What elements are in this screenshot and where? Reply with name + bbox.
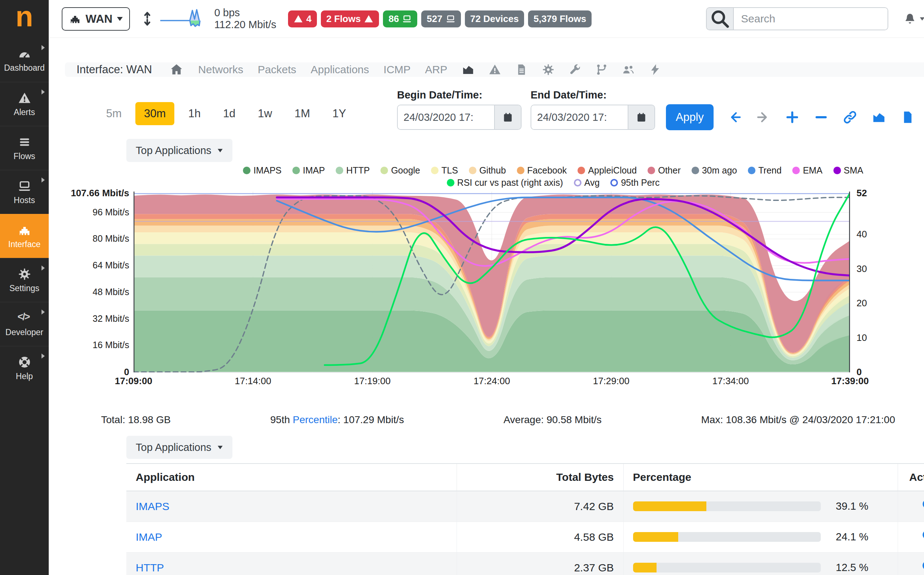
tab-bolt[interactable] (649, 63, 662, 76)
percentage-label: 39.1 % (836, 500, 868, 512)
laptop-icon (17, 179, 32, 193)
right-axis-tick: 40 (857, 229, 867, 240)
chart-area-button[interactable] (872, 110, 886, 124)
tab-gear[interactable] (542, 63, 555, 76)
begin-date-input[interactable] (398, 105, 494, 129)
range-button-1w[interactable]: 1w (249, 102, 281, 125)
legend-item[interactable]: Facebook (517, 165, 567, 176)
apply-button[interactable]: Apply (666, 104, 714, 130)
range-button-1h[interactable]: 1h (180, 102, 209, 125)
minus-button[interactable] (814, 110, 829, 124)
legend-item[interactable]: RSI cur vs past (right axis) (447, 178, 563, 188)
legend-label: TLS (441, 165, 458, 176)
tab-wrench[interactable] (568, 63, 582, 76)
legend-item[interactable]: Google (380, 165, 420, 176)
legend-item[interactable]: IMAP (293, 165, 325, 176)
legend-item[interactable]: SMA (833, 165, 864, 176)
status-badge[interactable]: 4 (288, 11, 317, 27)
table-top-applications-dropdown[interactable]: Top Applications (126, 436, 232, 459)
gear-icon (17, 267, 32, 281)
col-total-bytes[interactable]: Total Bytes (456, 464, 623, 491)
left-axis-tick: 107.66 Mbit/s (52, 187, 129, 199)
arrow-left-button[interactable] (727, 110, 742, 124)
zoom-in-icon[interactable] (907, 534, 924, 545)
tab-packets[interactable]: Packets (258, 64, 296, 76)
legend-item[interactable]: 30m ago (692, 165, 737, 176)
chevron-down-icon (920, 17, 924, 21)
sidebar-item-alerts[interactable]: Alerts (0, 82, 49, 126)
legend-item[interactable]: 95th Perc (610, 178, 660, 188)
application-link[interactable]: IMAP (136, 531, 162, 543)
tab-networks[interactable]: Networks (198, 64, 243, 76)
legend-item[interactable]: AppleiCloud (577, 165, 637, 176)
begin-calendar-button[interactable] (494, 105, 521, 129)
legend-label: Github (479, 165, 506, 176)
zoom-in-icon[interactable] (907, 503, 924, 515)
main-area: WAN 0 bps 112.20 Mbit/s 42 Flows8652772 … (49, 0, 924, 575)
plus-button[interactable] (785, 110, 800, 124)
tab-home[interactable] (169, 62, 184, 77)
legend-item[interactable]: HTTP (336, 165, 370, 176)
end-date-group: End Date/Time: (531, 89, 655, 130)
chart-canvas[interactable] (134, 192, 850, 373)
tab-arp[interactable]: ARP (425, 64, 448, 76)
legend-item[interactable]: Github (469, 165, 506, 176)
status-badge[interactable]: 2 Flows (321, 11, 379, 27)
application-link[interactable]: IMAPS (136, 500, 169, 512)
status-badge[interactable]: 86 (383, 11, 417, 27)
legend-item[interactable]: EMA (792, 165, 822, 176)
range-button-1M[interactable]: 1M (286, 102, 319, 125)
legend-item[interactable]: TLS (431, 165, 458, 176)
sidebar-item-flows[interactable]: Flows (0, 126, 49, 170)
top-applications-label: Top Applications (136, 145, 212, 157)
link-button[interactable] (843, 110, 857, 124)
tab-icmp[interactable]: ICMP (384, 64, 411, 76)
sidebar-item-help[interactable]: Help (0, 346, 49, 390)
sidebar-item-developer[interactable]: </>Developer (0, 302, 49, 346)
col-percentage[interactable]: Percentage (623, 464, 898, 491)
tab-warning[interactable] (488, 63, 501, 76)
range-button-30m[interactable]: 30m (135, 102, 174, 125)
tab-branch[interactable] (595, 63, 608, 76)
legend-item[interactable]: Avg (574, 178, 600, 188)
ntopng-logo[interactable]: n (0, 0, 49, 38)
left-axis-tick: 48 Mbit/s (52, 287, 129, 297)
zoom-in-icon[interactable] (907, 564, 924, 575)
percentile-link[interactable]: Percentile (293, 414, 338, 425)
top-applications-dropdown[interactable]: Top Applications (126, 139, 232, 162)
tab-applications[interactable]: Applications (311, 64, 369, 76)
range-button-1d[interactable]: 1d (215, 102, 244, 125)
legend-item[interactable]: IMAPS (243, 165, 281, 176)
end-date-input[interactable] (531, 105, 628, 129)
sidebar-item-settings[interactable]: Settings (0, 258, 49, 302)
sidebar-item-interface[interactable]: Interface (0, 214, 49, 258)
right-axis-tick: 20 (857, 298, 867, 309)
tab-chart-area[interactable] (462, 63, 475, 76)
sidebar-item-dashboard[interactable]: Dashboard (0, 38, 49, 82)
status-badge[interactable]: 5,379 Flows (528, 11, 592, 27)
application-link[interactable]: HTTP (136, 562, 164, 573)
chevron-right-icon (41, 310, 45, 315)
sidebar-item-hosts[interactable]: Hosts (0, 170, 49, 214)
tab-users[interactable] (622, 63, 635, 76)
range-button-5m[interactable]: 5m (97, 102, 130, 125)
interface-selector[interactable]: WAN (62, 7, 130, 31)
notifications-menu[interactable] (903, 12, 924, 25)
legend-item[interactable]: Trend (748, 165, 781, 176)
app-root: n DashboardAlertsFlowsHostsInterfaceSett… (0, 0, 924, 575)
status-badge[interactable]: 72 Devices (465, 11, 524, 27)
left-axis-tick: 80 Mbit/s (52, 233, 129, 244)
range-button-1Y[interactable]: 1Y (324, 102, 355, 125)
legend-swatch (748, 167, 755, 174)
bell-icon (903, 12, 916, 25)
top-header: WAN 0 bps 112.20 Mbit/s 42 Flows8652772 … (49, 0, 924, 38)
status-badge[interactable]: 527 (421, 11, 461, 27)
file-button[interactable] (900, 110, 915, 124)
legend-item[interactable]: Other (647, 165, 681, 176)
end-calendar-button[interactable] (628, 105, 654, 129)
col-application[interactable]: Application (126, 464, 456, 491)
arrow-right-button[interactable] (756, 110, 771, 124)
percentage-bar-fill (633, 532, 678, 542)
search-input[interactable] (734, 8, 887, 30)
tab-doc[interactable] (515, 63, 528, 76)
